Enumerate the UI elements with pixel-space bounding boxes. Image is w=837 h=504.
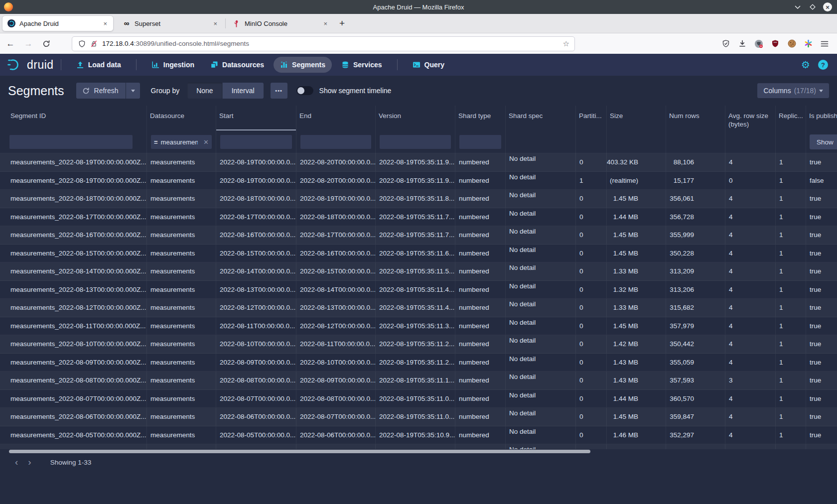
cell-version[interactable]: 2022-08-19T05:35:11.4... [376, 299, 455, 317]
cell-size[interactable]: 1.43 MB [607, 354, 666, 372]
cell-size[interactable]: 1.33 MB [607, 299, 666, 317]
cell-avg-row-size[interactable]: 4 [725, 226, 776, 244]
column-header-version[interactable]: Version [376, 106, 455, 130]
cell-segment-id[interactable]: measurements_2022-08-19T00:00:00.000Z... [0, 153, 147, 171]
cell-size[interactable]: 1.45 MB [607, 190, 666, 208]
cell-datasource[interactable]: measurements [147, 317, 216, 335]
cell-is-published[interactable]: true [806, 226, 837, 244]
column-header-shard-spec[interactable]: Shard spec [506, 106, 576, 130]
cell-segment-id[interactable]: measurements_2022-08-16T00:00:00.000Z... [0, 226, 147, 244]
cell-end[interactable]: 2022-08-15T00:00:00.0... [296, 262, 376, 280]
cell-is-published[interactable]: true [806, 153, 837, 171]
cell-version[interactable]: 2022-08-19T05:35:11.0... [376, 408, 455, 426]
cell-size[interactable]: 1.45 MB [607, 408, 666, 426]
cell-datasource[interactable]: measurements [147, 208, 216, 226]
cell-segment-id[interactable]: measurements_2022-08-05T00:00:00.000Z... [0, 426, 147, 444]
cell-start[interactable]: 2022-08-05T00:00:00.0... [216, 426, 296, 444]
cell-start[interactable]: 2022-08-15T00:00:00.0... [216, 245, 296, 262]
cell-is-published[interactable]: true [806, 426, 837, 444]
cell-version[interactable]: 2022-08-19T05:35:11.2... [376, 335, 455, 353]
cell-partition[interactable]: 0 [576, 426, 607, 444]
cell-datasource[interactable]: measurements [147, 245, 216, 262]
cell-shard-type[interactable]: numbered [455, 426, 506, 444]
cookie-icon[interactable] [787, 39, 796, 48]
cell-is-published[interactable]: true [806, 317, 837, 335]
cell-start[interactable]: 2022-08-10T00:00:00.0... [216, 335, 296, 353]
cell-replication[interactable]: 1 [776, 317, 806, 335]
group-by-interval-button[interactable]: Interval [222, 83, 264, 99]
cell-partition[interactable]: 0 [576, 262, 607, 280]
cell-avg-row-size[interactable] [725, 444, 776, 449]
cell-segment-id[interactable]: measurements_2022-08-08T00:00:00.000Z... [0, 372, 147, 389]
cell-replication[interactable]: 1 [776, 281, 806, 299]
cell-start[interactable]: 2022-08-16T00:00:00.0... [216, 226, 296, 244]
cell-end[interactable]: 2022-08-16T00:00:00.0... [296, 245, 376, 262]
cell-is-published[interactable]: true [806, 190, 837, 208]
cell-shard-spec[interactable]: No detail [506, 190, 576, 208]
cell-size[interactable]: 1.42 MB [607, 335, 666, 353]
column-header-start[interactable]: Start [216, 106, 296, 130]
cell-shard-type[interactable]: numbered [455, 208, 506, 226]
cell-replication[interactable]: 1 [776, 172, 806, 190]
cell-size[interactable]: 1.43 MB [607, 372, 666, 389]
cell-datasource[interactable]: measurements [147, 426, 216, 444]
cell-is-published[interactable]: false [806, 172, 837, 190]
downloads-icon[interactable] [738, 39, 747, 48]
column-header-datasource[interactable]: Datasource [147, 106, 216, 130]
cell-size[interactable]: 1.46 MB [607, 426, 666, 444]
cell-datasource[interactable]: measurements [147, 335, 216, 353]
new-tab-button[interactable]: + [333, 18, 351, 29]
cell-is-published[interactable]: true [806, 281, 837, 299]
cell-num-rows[interactable]: 356,728 [666, 208, 725, 226]
cell-is-published[interactable]: true [806, 335, 837, 353]
cell-shard-spec[interactable]: No detail [506, 354, 576, 372]
insecure-lock-icon[interactable] [89, 39, 98, 48]
cell-size[interactable]: 1.33 MB [607, 262, 666, 280]
cell-partition[interactable]: 0 [576, 245, 607, 262]
cell-datasource[interactable]: measurements [147, 281, 216, 299]
cell-segment-id[interactable]: measurements_2022-08-09T00:00:00.000Z... [0, 354, 147, 372]
tab-close-icon[interactable]: × [212, 20, 218, 27]
cell-num-rows[interactable]: 356,061 [666, 190, 725, 208]
cell-datasource[interactable]: measurements [147, 354, 216, 372]
cell-start[interactable]: 2022-08-12T00:00:00.0... [216, 299, 296, 317]
cell-version[interactable]: 2022-08-19T05:35:11.6... [376, 245, 455, 262]
cell-shard-spec[interactable]: No detail [506, 372, 576, 389]
cell-replication[interactable]: 1 [776, 208, 806, 226]
cell-num-rows[interactable]: 355,059 [666, 354, 725, 372]
tab-close-icon[interactable]: × [322, 20, 328, 27]
filter-input-shard-type[interactable] [459, 134, 502, 149]
cell-segment-id[interactable]: measurements_2022-08-12T00:00:00.000Z... [0, 299, 147, 317]
column-header-replication[interactable]: Replic... [776, 106, 806, 130]
cell-shard-type[interactable]: numbered [455, 372, 506, 389]
cell-segment-id[interactable]: measurements_2022-08-15T00:00:00.000Z... [0, 245, 147, 262]
nav-datasources[interactable]: Datasources [204, 57, 271, 73]
cell-end[interactable]: 2022-08-18T00:00:00.0... [296, 208, 376, 226]
extension-masks-icon[interactable] [754, 39, 763, 48]
cell-size[interactable]: 1.44 MB [607, 208, 666, 226]
cell-avg-row-size[interactable]: 4 [725, 153, 776, 171]
cell-segment-id[interactable]: measurements_2022-08-13T00:00:00.000Z... [0, 281, 147, 299]
cell-start[interactable]: 2022-08-13T00:00:00.0... [216, 281, 296, 299]
cell-num-rows[interactable]: 350,228 [666, 245, 725, 262]
cell-segment-id[interactable]: measurements_2022-08-07T00:00:00.000Z... [0, 390, 147, 408]
nav-query[interactable]: Query [406, 57, 451, 73]
cell-is-published[interactable]: true [806, 299, 837, 317]
tab-close-icon[interactable]: × [102, 20, 108, 27]
cell-num-rows[interactable]: 352,297 [666, 426, 725, 444]
cell-avg-row-size[interactable]: 4 [725, 262, 776, 280]
cell-size[interactable]: 1.44 MB [607, 390, 666, 408]
cell-avg-row-size[interactable]: 3 [725, 372, 776, 389]
column-header-shard-type[interactable]: Shard type [455, 106, 506, 130]
cell-avg-row-size[interactable]: 4 [725, 335, 776, 353]
cell-avg-row-size[interactable]: 4 [725, 208, 776, 226]
cell-segment-id[interactable]: measurements_2022-08-06T00:00:00.000Z... [0, 408, 147, 426]
cell-partition[interactable] [576, 444, 607, 449]
refresh-button[interactable]: Refresh [76, 83, 126, 99]
druid-logo[interactable]: druid [7, 58, 54, 72]
cell-avg-row-size[interactable]: 4 [725, 390, 776, 408]
cell-version[interactable] [376, 444, 455, 449]
filter-input-segment-id[interactable] [9, 134, 133, 149]
ublock-origin-icon[interactable] [771, 39, 780, 48]
cell-shard-spec[interactable]: No detail [506, 172, 576, 190]
